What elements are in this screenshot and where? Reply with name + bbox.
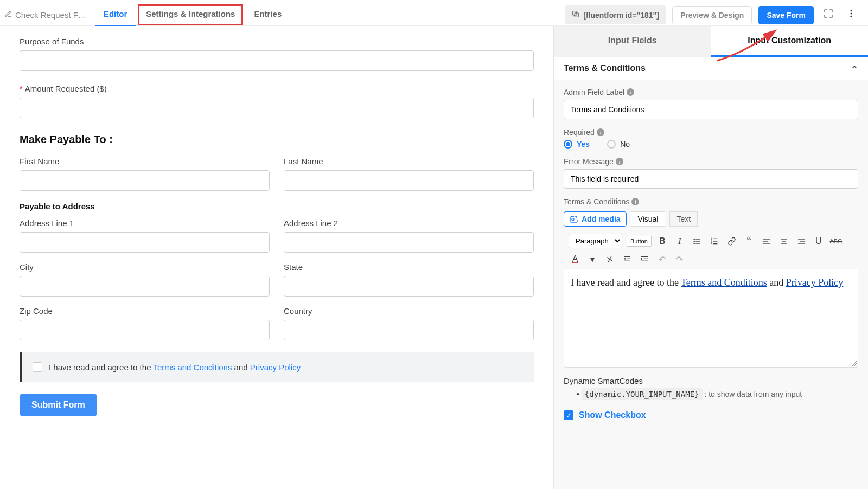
- save-form-button[interactable]: Save Form: [758, 6, 814, 24]
- format-select[interactable]: Paragraph: [569, 234, 622, 248]
- input-purpose[interactable]: [20, 50, 534, 71]
- input-addr1[interactable]: [20, 232, 270, 253]
- add-media-button[interactable]: Add media: [564, 211, 627, 227]
- pencil-icon: [4, 10, 12, 20]
- insert-button-btn[interactable]: Button: [627, 236, 652, 247]
- align-center-icon[interactable]: [777, 235, 790, 248]
- underline-icon[interactable]: U: [812, 235, 825, 248]
- field-admin-label: Admin Field Labeli: [564, 88, 858, 119]
- label-addr1: Address Line 1: [20, 218, 270, 228]
- input-error-message[interactable]: [564, 169, 858, 189]
- smartcode-item: • {dynamic.YOUR_INPUT_NAME} : to show da…: [577, 390, 858, 398]
- main-area: Purpose of Funds *Amount Requested ($) M…: [0, 26, 868, 489]
- outdent-icon[interactable]: [621, 253, 634, 266]
- svg-point-4: [851, 16, 852, 17]
- svg-point-10: [693, 242, 695, 244]
- radio-yes[interactable]: Yes: [564, 140, 590, 149]
- svg-rect-26: [798, 243, 805, 243]
- preview-design-button[interactable]: Preview & Design: [672, 6, 752, 24]
- input-state[interactable]: [284, 276, 534, 297]
- input-country[interactable]: [284, 320, 534, 340]
- field-amount: *Amount Requested ($): [20, 84, 534, 118]
- italic-icon[interactable]: I: [673, 235, 686, 248]
- show-checkbox-label: Show Checkbox: [579, 410, 646, 420]
- tab-input-customization[interactable]: Input Customization: [711, 26, 869, 57]
- editor-content[interactable]: I have read and agree to the Terms and C…: [564, 269, 858, 367]
- bold-icon[interactable]: B: [656, 235, 669, 248]
- editor-tab-visual[interactable]: Visual: [631, 211, 666, 227]
- bullet-list-icon[interactable]: [691, 235, 704, 248]
- label-first-name: First Name: [20, 157, 270, 166]
- panel-body: Admin Field Labeli Requiredi Yes No: [554, 80, 868, 489]
- editor-link-terms[interactable]: Terms and Conditions: [681, 277, 767, 288]
- sidebar: Input Fields Input Customization Terms &…: [553, 26, 868, 489]
- info-icon: i: [631, 198, 639, 205]
- terms-conditions-block[interactable]: I have read and agree to the Terms and C…: [20, 352, 534, 382]
- smartcode-code: {dynamic.YOUR_INPUT_NAME}: [582, 388, 703, 400]
- chevron-up-icon: [851, 63, 858, 73]
- tab-entries[interactable]: Entries: [245, 4, 290, 26]
- panel-header[interactable]: Terms & Conditions: [554, 57, 868, 80]
- show-checkbox-check[interactable]: ✓: [564, 410, 573, 420]
- addr-row-2: City State: [20, 262, 534, 297]
- smartcodes-title: Dynamic SmartCodes: [564, 376, 858, 385]
- svg-rect-15: [713, 241, 717, 241]
- undo-icon[interactable]: ↶: [655, 253, 668, 266]
- text-color-icon[interactable]: A: [569, 253, 582, 266]
- input-last-name[interactable]: [284, 170, 534, 191]
- text-color-dropdown-icon[interactable]: ▾: [586, 253, 599, 266]
- top-left: Check Request F… Editor Settings & Integ…: [4, 4, 290, 26]
- resize-handle-icon[interactable]: [849, 358, 857, 366]
- svg-rect-23: [781, 243, 787, 243]
- address-section-title: Payable to Address: [20, 202, 534, 211]
- shortcode-badge[interactable]: [fluentform id="181"]: [565, 5, 666, 24]
- strikethrough-icon[interactable]: ABC: [829, 235, 843, 248]
- top-right: [fluentform id="181"] Preview & Design S…: [565, 5, 859, 24]
- tab-settings-integrations[interactable]: Settings & Integrations: [138, 4, 243, 25]
- shortcode-text: [fluentform id="181"]: [583, 11, 659, 20]
- submit-button[interactable]: Submit Form: [20, 394, 97, 416]
- svg-rect-11: [695, 243, 700, 243]
- link-icon[interactable]: [725, 235, 738, 248]
- input-zip[interactable]: [20, 320, 270, 340]
- field-required: Requiredi Yes No: [564, 128, 858, 149]
- more-menu-icon[interactable]: [843, 7, 859, 23]
- input-admin-label[interactable]: [564, 100, 858, 119]
- tab-editor[interactable]: Editor: [95, 4, 136, 26]
- align-right-icon[interactable]: [795, 235, 808, 248]
- indent-icon[interactable]: [638, 253, 651, 266]
- label-state: State: [284, 262, 534, 272]
- field-error-message: Error Messagei: [564, 157, 858, 189]
- panel-title: Terms & Conditions: [564, 63, 646, 73]
- input-city[interactable]: [20, 276, 270, 297]
- svg-rect-31: [644, 259, 648, 259]
- radio-no[interactable]: No: [607, 140, 630, 149]
- editor-link-privacy[interactable]: Privacy Policy: [786, 277, 844, 288]
- label-zip: Zip Code: [20, 306, 270, 316]
- svg-rect-18: [763, 239, 770, 239]
- tab-input-fields[interactable]: Input Fields: [554, 26, 711, 57]
- svg-point-3: [851, 13, 852, 15]
- redo-icon[interactable]: ↷: [673, 253, 686, 266]
- align-left-icon[interactable]: [760, 235, 773, 248]
- form-preview: Purpose of Funds *Amount Requested ($) M…: [0, 26, 553, 489]
- show-checkbox-row[interactable]: ✓ Show Checkbox: [564, 410, 858, 420]
- svg-rect-29: [624, 261, 630, 261]
- info-icon: i: [597, 128, 604, 136]
- input-first-name[interactable]: [20, 170, 270, 191]
- label-last-name: Last Name: [284, 157, 534, 166]
- input-amount[interactable]: [20, 98, 534, 118]
- editor-tab-text[interactable]: Text: [669, 211, 698, 227]
- fullscreen-icon[interactable]: [820, 7, 837, 23]
- tc-link-privacy[interactable]: Privacy Policy: [250, 363, 301, 372]
- tc-checkbox[interactable]: [33, 362, 42, 372]
- input-addr2[interactable]: [284, 232, 534, 253]
- clear-format-icon[interactable]: [603, 253, 616, 266]
- quote-icon[interactable]: “: [743, 235, 756, 248]
- svg-point-6: [693, 238, 695, 240]
- number-list-icon[interactable]: 123: [708, 235, 721, 248]
- copy-icon: [571, 10, 580, 20]
- svg-rect-24: [798, 239, 805, 239]
- svg-rect-27: [624, 256, 630, 257]
- tc-link-terms[interactable]: Terms and Conditions: [153, 363, 232, 372]
